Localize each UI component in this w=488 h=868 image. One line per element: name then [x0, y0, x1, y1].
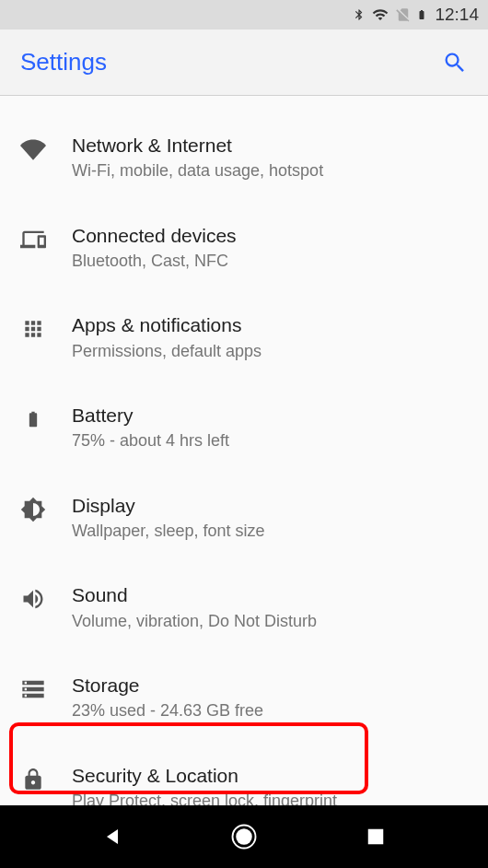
storage-icon — [20, 676, 46, 702]
settings-item-title: Storage — [72, 673, 468, 698]
svg-point-1 — [236, 828, 252, 845]
apps-icon — [20, 316, 46, 342]
status-time: 12:14 — [435, 5, 479, 25]
settings-item-title: Sound — [72, 582, 468, 607]
wifi-icon — [20, 136, 46, 162]
settings-item-subtitle: Permissions, default apps — [72, 341, 468, 362]
status-bar: 12:14 — [0, 0, 488, 29]
settings-item-title: Apps & notifications — [72, 312, 468, 337]
no-sim-icon — [395, 6, 412, 24]
devices-icon — [20, 227, 46, 252]
settings-list: Network & Internet Wi-Fi, mobile, data u… — [0, 96, 488, 833]
battery-icon — [416, 6, 427, 24]
settings-item-display[interactable]: Display Wallpaper, sleep, font size — [0, 473, 488, 563]
settings-item-subtitle: 75% - about 4 hrs left — [72, 430, 468, 452]
home-icon — [230, 823, 258, 850]
settings-item-title: Network & Internet — [72, 133, 468, 158]
search-button[interactable] — [442, 50, 468, 76]
volume-icon — [20, 586, 46, 612]
settings-item-subtitle: Volume, vibration, Do Not Disturb — [72, 611, 468, 632]
settings-item-network[interactable]: Network & Internet Wi-Fi, mobile, data u… — [0, 112, 488, 203]
settings-item-storage[interactable]: Storage 23% used - 24.63 GB free — [0, 652, 488, 743]
brightness-icon — [20, 497, 46, 522]
lock-icon — [20, 767, 46, 792]
back-button[interactable] — [98, 822, 127, 851]
settings-item-sound[interactable]: Sound Volume, vibration, Do Not Disturb — [0, 562, 488, 652]
app-bar: Settings — [0, 29, 488, 96]
settings-item-title: Display — [72, 493, 468, 518]
settings-item-subtitle: Bluetooth, Cast, NFC — [72, 251, 468, 272]
recents-button[interactable] — [361, 822, 390, 851]
wifi-icon — [370, 6, 390, 23]
settings-item-subtitle: 23% used - 24.63 GB free — [72, 700, 468, 721]
navigation-bar — [0, 805, 488, 868]
square-icon — [366, 827, 386, 847]
search-icon — [442, 50, 468, 76]
settings-item-connected-devices[interactable]: Connected devices Bluetooth, Cast, NFC — [0, 203, 488, 293]
settings-item-apps[interactable]: Apps & notifications Permissions, defaul… — [0, 292, 488, 382]
svg-rect-2 — [368, 829, 384, 845]
bluetooth-icon — [353, 6, 366, 24]
home-button[interactable] — [229, 822, 259, 851]
page-title: Settings — [20, 48, 107, 76]
settings-item-subtitle: Wi-Fi, mobile, data usage, hotspot — [72, 160, 468, 182]
settings-item-title: Battery — [72, 403, 468, 428]
battery-icon — [20, 406, 46, 432]
settings-item-subtitle: Wallpaper, sleep, font size — [72, 521, 468, 542]
settings-item-battery[interactable]: Battery 75% - about 4 hrs left — [0, 382, 488, 473]
settings-item-title: Connected devices — [72, 223, 468, 248]
back-icon — [101, 826, 123, 848]
settings-item-title: Security & Location — [72, 763, 468, 788]
